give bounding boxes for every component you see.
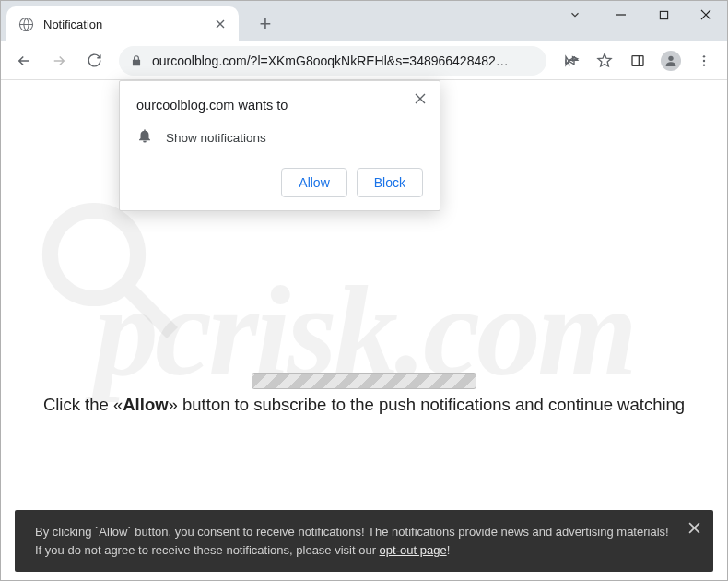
instruction-suffix: button to subscribe to the push notifica… [178,395,685,414]
instruction-text: Click the «Allow» button to subscribe to… [1,395,727,415]
tab-title: Notification [43,18,213,31]
caret-down-icon[interactable] [558,1,593,29]
close-window-button[interactable] [685,1,727,29]
browser-window: Notification + [0,0,728,581]
globe-icon [18,16,34,32]
consent-banner: By clicking `Allow` button, you consent … [15,510,713,572]
url-text: ourcoolblog.com/?l=XKmG8ooqkNkREHl&s=348… [152,53,509,68]
close-tab-icon[interactable] [213,17,228,31]
instruction-prefix: Click the [43,395,113,414]
minimize-button[interactable] [600,1,642,29]
instruction-em-open: « [113,395,123,414]
instruction-em: Allow [123,395,168,414]
svg-rect-1 [660,11,667,18]
back-button[interactable] [8,45,40,77]
address-bar[interactable]: ourcoolblog.com/?l=XKmG8ooqkNkREHl&s=348… [119,46,546,76]
close-banner-icon[interactable] [688,521,700,540]
allow-button[interactable]: Allow [281,168,346,197]
loading-bar [252,373,476,389]
new-tab-button[interactable]: + [252,10,279,38]
bell-icon [136,127,153,148]
tab-strip: Notification + [1,1,727,42]
toolbar: ourcoolblog.com/?l=XKmG8ooqkNkREHl&s=348… [1,42,727,80]
banner-text-2: ! [447,543,451,557]
menu-icon[interactable] [688,45,720,77]
maximize-button[interactable] [642,1,685,29]
svg-point-5 [703,55,705,57]
permission-text: Show notifications [166,131,266,145]
svg-point-7 [703,64,705,65]
svg-point-6 [703,59,705,61]
instruction-em-close: » [169,395,178,414]
svg-line-9 [125,286,172,333]
page-content: pcrisk.com ourcoolblog.com wants to Show… [1,80,727,580]
permission-title: ourcoolblog.com wants to [136,98,423,113]
share-icon[interactable] [556,45,587,77]
window-controls [558,1,727,32]
bookmark-icon[interactable] [589,45,620,77]
banner-text: By clicking `Allow` button, you consent … [35,525,669,557]
svg-rect-2 [632,55,643,65]
opt-out-link[interactable]: opt-out page [380,543,447,557]
watermark-icon [31,192,188,349]
forward-button[interactable] [43,45,75,77]
svg-point-4 [668,55,673,60]
profile-avatar[interactable] [655,45,687,77]
browser-tab[interactable]: Notification [6,6,239,42]
svg-point-8 [51,210,138,298]
lock-icon [130,54,143,67]
permission-prompt: ourcoolblog.com wants to Show notificati… [119,80,440,211]
close-icon[interactable] [412,90,429,107]
block-button[interactable]: Block [357,168,423,197]
reload-button[interactable] [78,45,110,77]
side-panel-icon[interactable] [622,45,653,77]
